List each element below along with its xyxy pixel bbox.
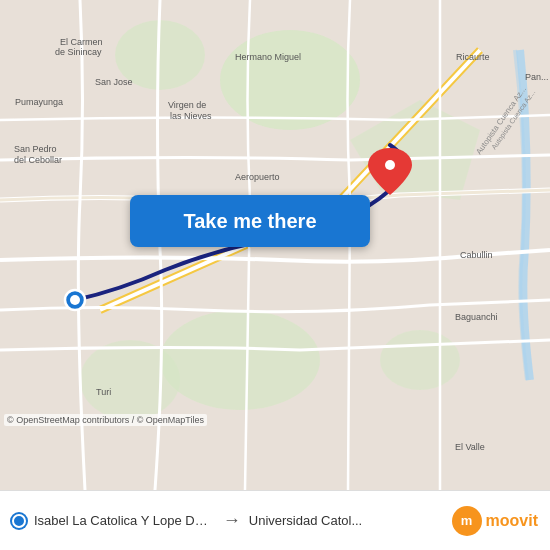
- svg-text:Aeropuerto: Aeropuerto: [235, 172, 280, 182]
- svg-text:de Sinincay: de Sinincay: [55, 47, 102, 57]
- svg-text:del Cebollar: del Cebollar: [14, 155, 62, 165]
- svg-point-4: [160, 310, 320, 410]
- moovit-app-name: moovit: [486, 512, 538, 530]
- svg-text:Hermano Miguel: Hermano Miguel: [235, 52, 301, 62]
- svg-text:El Carmen: El Carmen: [60, 37, 103, 47]
- svg-text:El Valle: El Valle: [455, 442, 485, 452]
- svg-text:San Jose: San Jose: [95, 77, 133, 87]
- svg-point-26: [70, 295, 80, 305]
- origin-label: Isabel La Catolica Y Lope De V...: [34, 513, 214, 528]
- svg-text:las Nieves: las Nieves: [170, 111, 212, 121]
- take-me-there-button[interactable]: Take me there: [130, 195, 370, 247]
- bottom-bar: Isabel La Catolica Y Lope De V... → Univ…: [0, 490, 550, 550]
- route-destination: Universidad Catol...: [249, 513, 452, 528]
- svg-point-6: [80, 340, 180, 420]
- svg-point-1: [220, 30, 360, 130]
- svg-text:Virgen de: Virgen de: [168, 100, 206, 110]
- svg-point-5: [380, 330, 460, 390]
- svg-point-28: [385, 160, 395, 170]
- svg-text:Baguanchi: Baguanchi: [455, 312, 498, 322]
- svg-text:Pan...: Pan...: [525, 72, 549, 82]
- destination-label: Universidad Catol...: [249, 513, 362, 528]
- moovit-logo-icon: m: [452, 506, 482, 536]
- moovit-logo: m moovit: [452, 506, 538, 536]
- svg-text:San Pedro: San Pedro: [14, 144, 57, 154]
- svg-text:Pumayunga: Pumayunga: [15, 97, 63, 107]
- svg-text:Ricaurte: Ricaurte: [456, 52, 490, 62]
- svg-text:Cabullin: Cabullin: [460, 250, 493, 260]
- map-attribution: © OpenStreetMap contributors / © OpenMap…: [4, 414, 207, 426]
- origin-dot: [12, 514, 26, 528]
- svg-text:Turi: Turi: [96, 387, 111, 397]
- route-origin: Isabel La Catolica Y Lope De V...: [12, 513, 215, 528]
- route-arrow-icon: →: [215, 510, 249, 531]
- map-container: El Carmen de Sinincay San Jose Pumayunga…: [0, 0, 550, 490]
